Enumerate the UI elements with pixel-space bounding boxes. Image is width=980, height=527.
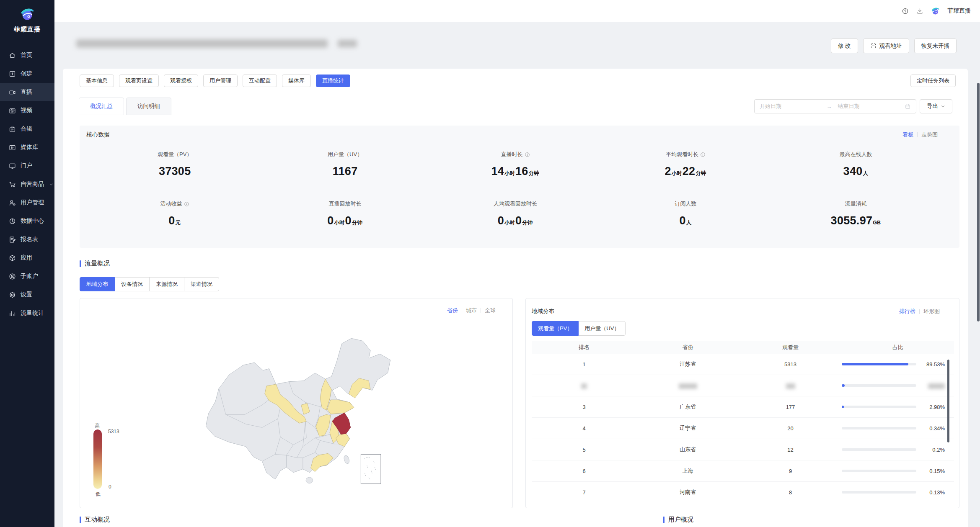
sidebar-item-home[interactable]: 首页 bbox=[0, 46, 54, 64]
subtab-overview-summary[interactable]: 概况汇总 bbox=[79, 98, 124, 115]
sidebar-item-registration-form[interactable]: 报名表 bbox=[0, 230, 54, 249]
metric-subscribers: 订阅人数 0人 bbox=[600, 200, 771, 227]
tab-live-stats[interactable]: 直播统计 bbox=[316, 75, 350, 87]
tab-watch-auth[interactable]: 观看授权 bbox=[164, 75, 198, 87]
sidebar-item-own-products[interactable]: 自营商品 bbox=[0, 175, 54, 193]
core-view-board[interactable]: 看板 bbox=[902, 131, 913, 139]
user-manage-icon bbox=[9, 199, 16, 206]
brand-name: 菲耀直播 bbox=[14, 26, 41, 33]
sidebar-item-traffic-stats[interactable]: 流量统计 bbox=[0, 304, 54, 322]
metric-label: 人均观看回放时长 bbox=[430, 200, 600, 208]
page-scrollbar[interactable] bbox=[977, 83, 980, 321]
rank-card: 地域分布 排行榜环形图 观看量（PV）用户量（UV） 排名省份观看量占比 1 江… bbox=[525, 298, 959, 508]
cell-province: 河南省 bbox=[636, 488, 739, 496]
cell-rank: 5 bbox=[532, 447, 636, 453]
metric-max-online: 最高在线人数 340人 bbox=[771, 151, 941, 178]
tab-basic-info[interactable]: 基本信息 bbox=[80, 75, 114, 87]
watch-address-button[interactable]: 观看地址 bbox=[863, 39, 909, 53]
cell-province: 辽宁省 bbox=[636, 424, 739, 432]
album-icon bbox=[9, 126, 16, 133]
map-scope-province[interactable]: 省份 bbox=[447, 307, 458, 314]
download-icon[interactable] bbox=[916, 8, 923, 15]
sidebar-item-live[interactable]: 直播 bbox=[0, 83, 54, 101]
map-taiwan bbox=[343, 455, 350, 464]
info-icon[interactable] bbox=[700, 152, 706, 157]
china-map[interactable] bbox=[177, 328, 407, 494]
sidebar-item-apps[interactable]: 应用 bbox=[0, 249, 54, 267]
user-section-title: 用户概况 bbox=[663, 516, 693, 524]
cell-percent: 0.34% bbox=[842, 425, 954, 432]
legend-min-value: 0 bbox=[109, 484, 111, 490]
sidebar-item-album[interactable]: 合辑 bbox=[0, 120, 54, 138]
metric-label: 最高在线人数 bbox=[771, 151, 941, 158]
create-icon bbox=[9, 70, 16, 77]
info-icon[interactable] bbox=[525, 152, 530, 157]
percent-bar-track bbox=[842, 470, 916, 472]
metric-label: 直播时长 bbox=[430, 151, 600, 158]
cart-icon bbox=[9, 181, 16, 188]
table-header-cell: 排名 bbox=[532, 344, 636, 351]
brand-logo-icon bbox=[20, 7, 35, 22]
cell-views: 12 bbox=[739, 447, 842, 453]
date-range-arrow: → bbox=[827, 103, 832, 110]
account-name[interactable]: 菲耀直播 bbox=[947, 7, 971, 15]
table-row: 4 辽宁省 20 0.34% bbox=[532, 418, 954, 439]
sidebar-item-create[interactable]: 创建 bbox=[0, 64, 54, 83]
metric-live-duration: 直播时长 14小时16分钟 bbox=[430, 151, 600, 178]
rank-view-ranking[interactable]: 排行榜 bbox=[899, 308, 915, 315]
subtab-visit-details[interactable]: 访问明细 bbox=[126, 98, 171, 115]
toggle-divider bbox=[462, 308, 462, 313]
tab-user-management[interactable]: 用户管理 bbox=[203, 75, 238, 87]
date-range-picker[interactable]: 开始日期 → 结束日期 bbox=[754, 99, 916, 113]
title-actions: 修 改 观看地址 恢复未开播 bbox=[831, 39, 957, 53]
metric-avg-watch-duration: 平均观看时长 2小时22分钟 bbox=[600, 151, 771, 178]
info-icon[interactable] bbox=[184, 201, 189, 207]
export-button[interactable]: 导出 bbox=[920, 99, 952, 113]
traffic-tab-channel[interactable]: 渠道情况 bbox=[184, 277, 219, 291]
tab-watch-page-settings[interactable]: 观看页设置 bbox=[119, 75, 159, 87]
table-header-cell: 省份 bbox=[636, 344, 739, 351]
rank-card-title: 地域分布 bbox=[532, 308, 554, 315]
rank-metric-tabs: 观看量（PV）用户量（UV） bbox=[532, 321, 626, 336]
modify-button[interactable]: 修 改 bbox=[831, 39, 858, 53]
rank-view-donut[interactable]: 环形图 bbox=[923, 308, 940, 315]
traffic-icon bbox=[9, 310, 16, 317]
subtab-row: 概况汇总访问明细 bbox=[79, 98, 171, 115]
sidebar-item-video[interactable]: 视频 bbox=[0, 101, 54, 120]
table-scrollbar[interactable] bbox=[947, 360, 949, 442]
tab-media-library[interactable]: 媒体库 bbox=[282, 75, 311, 87]
table-body: 1 江苏省 5313 89.53% 3 广东省 177 2.98% 4 辽宁省 … bbox=[532, 354, 954, 503]
cell-views: 20 bbox=[739, 425, 842, 432]
sidebar-item-portal[interactable]: 门户 bbox=[0, 157, 54, 175]
page-status-redacted bbox=[338, 40, 357, 47]
brand: 菲耀直播 bbox=[0, 0, 54, 33]
help-icon[interactable] bbox=[902, 8, 909, 15]
map-scope-city[interactable]: 城市 bbox=[466, 307, 477, 314]
topbar-right: 菲耀直播 bbox=[902, 0, 971, 22]
rank-view-toggle: 排行榜环形图 bbox=[899, 308, 940, 315]
rank-metric-tab-pv[interactable]: 观看量（PV） bbox=[532, 321, 579, 336]
traffic-tab-device[interactable]: 设备情况 bbox=[114, 277, 150, 291]
restore-unstarted-button[interactable]: 恢复未开播 bbox=[914, 39, 957, 53]
sidebar-item-media-library[interactable]: 媒体库 bbox=[0, 138, 54, 157]
traffic-tab-region[interactable]: 地域分布 bbox=[80, 277, 115, 291]
tab-interaction-config[interactable]: 互动配置 bbox=[243, 75, 277, 87]
sidebar-item-settings[interactable]: 设置 bbox=[0, 285, 54, 304]
sidebar-item-user-management[interactable]: 用户管理 bbox=[0, 193, 54, 212]
rank-metric-tab-uv[interactable]: 用户量（UV） bbox=[578, 321, 626, 336]
start-date-placeholder: 开始日期 bbox=[760, 103, 827, 110]
sidebar-item-data-center[interactable]: 数据中心 bbox=[0, 212, 54, 230]
table-row: 5 山东省 12 0.2% bbox=[532, 439, 954, 460]
percent-bar-fill bbox=[842, 363, 908, 365]
core-view-trend[interactable]: 走势图 bbox=[921, 131, 938, 139]
map-scope-global[interactable]: 全球 bbox=[485, 307, 496, 314]
timer-task-list-button[interactable]: 定时任务列表 bbox=[910, 75, 956, 87]
metric-value: 37305 bbox=[90, 165, 260, 178]
traffic-tab-source[interactable]: 来源情况 bbox=[149, 277, 184, 291]
cell-province: 上海 bbox=[636, 467, 739, 475]
sidebar-item-sub-account[interactable]: 子账户 bbox=[0, 267, 54, 285]
cell-rank: 3 bbox=[532, 404, 636, 410]
legend-max-value: 5313 bbox=[108, 429, 119, 434]
legend-low-label: 低 bbox=[96, 491, 101, 498]
percent-bar-track bbox=[842, 448, 916, 451]
